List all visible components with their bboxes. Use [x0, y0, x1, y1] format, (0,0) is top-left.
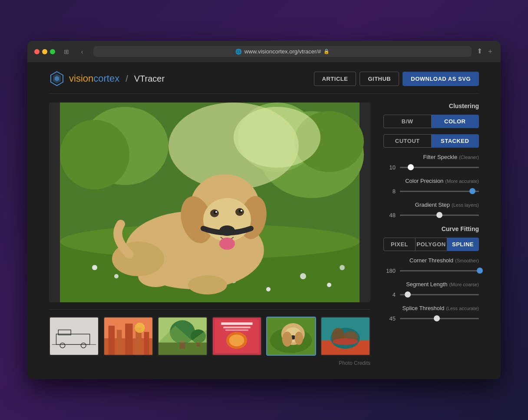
polygon-toggle-button[interactable]: POLYGON [416, 238, 447, 251]
corner-threshold-value: 180 [383, 268, 396, 274]
thumbnail-5[interactable] [266, 317, 316, 356]
photo-credits: Photo Credits [49, 360, 370, 366]
filter-speckle-slider-container [400, 163, 479, 172]
svg-point-38 [188, 275, 227, 294]
close-button[interactable] [34, 49, 40, 54]
splice-threshold-label: Splice Threshold (Less accurate) [383, 305, 479, 311]
svg-point-35 [215, 211, 217, 213]
segment-length-slider-row: 4 [383, 290, 479, 299]
curve-fitting-label: Curve Fitting [383, 225, 479, 232]
svg-point-65 [229, 334, 244, 346]
thumb-2-svg [104, 317, 152, 356]
minimize-button[interactable] [42, 49, 47, 54]
main-image-container [49, 103, 370, 302]
segment-length-thumb[interactable] [405, 291, 411, 298]
color-precision-control: Color Precision (More accurate) 8 [383, 178, 479, 195]
main-image-svg [49, 103, 370, 302]
mode-btn-group: CUTOUT STACKED [383, 134, 479, 148]
download-svg-button[interactable]: DOWNLOAD AS SVG [403, 72, 479, 86]
color-precision-label: Color Precision (More accurate) [383, 178, 479, 184]
thumb-3-svg [158, 317, 207, 356]
svg-rect-52 [144, 332, 149, 355]
filter-speckle-track [400, 167, 479, 168]
splice-threshold-value: 45 [383, 315, 396, 322]
browser-chrome: ⊞ ‹ 🌐 www.visioncortex.org/vtracer/# 🔒 ⬆… [27, 41, 501, 62]
svg-rect-40 [50, 317, 98, 355]
curve-fitting-btn-group: PIXEL POLYGON SPLINE [383, 238, 479, 251]
thumbnail-1[interactable] [49, 317, 99, 356]
corner-threshold-label: Corner Threshold (Smoother) [383, 257, 479, 264]
main-area: Photo Credits Clustering B/W COLOR CUTOU… [49, 103, 479, 366]
svg-point-18 [266, 287, 271, 291]
svg-rect-50 [125, 324, 132, 355]
thumbnail-4[interactable] [212, 317, 262, 356]
header-buttons: ARTICLE GITHUB DOWNLOAD AS SVG [314, 72, 479, 86]
pixel-toggle-button[interactable]: PIXEL [383, 238, 416, 251]
gradient-step-label: Gradient Step (Less layers) [383, 202, 479, 208]
bw-toggle-button[interactable]: B/W [383, 115, 432, 128]
segment-length-label: Segment Length (More coarse) [383, 281, 479, 288]
thumbnails-container [49, 317, 370, 356]
favicon-icon: 🌐 [235, 49, 242, 55]
svg-point-30 [219, 238, 235, 250]
browser-controls: ⊞ ‹ [60, 47, 88, 56]
back-button[interactable]: ‹ [76, 47, 88, 56]
image-divider [49, 309, 370, 310]
svg-point-75 [295, 331, 303, 345]
corner-threshold-slider-container [400, 266, 479, 275]
svg-point-53 [135, 323, 145, 333]
url-text: www.visioncortex.org/vtracer/# [244, 48, 321, 55]
filter-speckle-slider-row: 10 [383, 163, 479, 172]
lock-icon: 🔒 [323, 49, 330, 54]
splice-threshold-control: Splice Threshold (Less accurate) 45 [383, 305, 479, 323]
color-toggle-button[interactable]: COLOR [432, 115, 479, 128]
svg-rect-67 [223, 327, 251, 328]
svg-rect-48 [109, 326, 115, 355]
splice-threshold-slider-container [400, 314, 479, 323]
github-button[interactable]: GITHUB [360, 72, 399, 86]
cutout-toggle-button[interactable]: CUTOUT [383, 134, 432, 148]
clustering-btn-group: B/W COLOR [383, 115, 479, 128]
gradient-step-slider-row: 48 [383, 211, 479, 219]
article-button[interactable]: ARTICLE [314, 72, 356, 86]
splice-threshold-thumb[interactable] [434, 315, 440, 321]
stacked-toggle-button[interactable]: STACKED [432, 134, 479, 148]
corner-threshold-thumb[interactable] [477, 268, 483, 274]
header: visioncortex / VTracer ARTICLE GITHUB DO… [49, 62, 479, 93]
thumb-4-svg [213, 317, 261, 356]
gradient-step-control: Gradient Step (Less layers) 48 [383, 202, 479, 219]
sidebar-toggle-button[interactable]: ⊞ [60, 47, 73, 56]
gradient-step-value: 48 [383, 212, 396, 218]
logo-icon [49, 71, 65, 86]
traffic-lights [34, 49, 55, 54]
share-icon[interactable]: ⬆ [477, 47, 482, 56]
svg-point-74 [282, 331, 292, 347]
browser-window: ⊞ ‹ 🌐 www.visioncortex.org/vtracer/# 🔒 ⬆… [27, 41, 501, 379]
thumbnail-3[interactable] [158, 317, 208, 356]
svg-point-81 [333, 338, 358, 345]
color-precision-thumb[interactable] [469, 188, 475, 194]
filter-speckle-thumb[interactable] [408, 164, 414, 170]
spline-toggle-button[interactable]: SPLINE [447, 238, 479, 251]
svg-rect-66 [221, 322, 252, 325]
corner-threshold-slider-row: 180 [383, 266, 479, 275]
gradient-step-thumb[interactable] [436, 212, 442, 218]
filter-speckle-control: Filter Speckle (Cleaner) 10 [383, 154, 479, 172]
new-tab-icon[interactable]: ＋ [487, 47, 494, 56]
thumb-5-svg [267, 317, 315, 356]
maximize-button[interactable] [50, 49, 55, 54]
segment-length-control: Segment Length (More coarse) 4 [383, 281, 479, 299]
logo-slash: / [125, 74, 128, 84]
segment-length-slider-container [400, 290, 479, 299]
address-bar[interactable]: 🌐 www.visioncortex.org/vtracer/# 🔒 [93, 46, 472, 57]
image-panel: Photo Credits [49, 103, 370, 366]
filter-speckle-label: Filter Speckle (Cleaner) [383, 154, 479, 160]
controls-panel: Clustering B/W COLOR CUTOUT STACKED Filt… [383, 103, 479, 366]
thumbnail-6[interactable] [320, 317, 370, 356]
svg-point-13 [92, 265, 97, 270]
thumbnail-2[interactable] [103, 317, 153, 356]
filter-speckle-value: 10 [383, 164, 396, 171]
svg-point-21 [340, 265, 345, 270]
header-divider [49, 93, 479, 94]
color-precision-slider-row: 8 [383, 187, 479, 195]
